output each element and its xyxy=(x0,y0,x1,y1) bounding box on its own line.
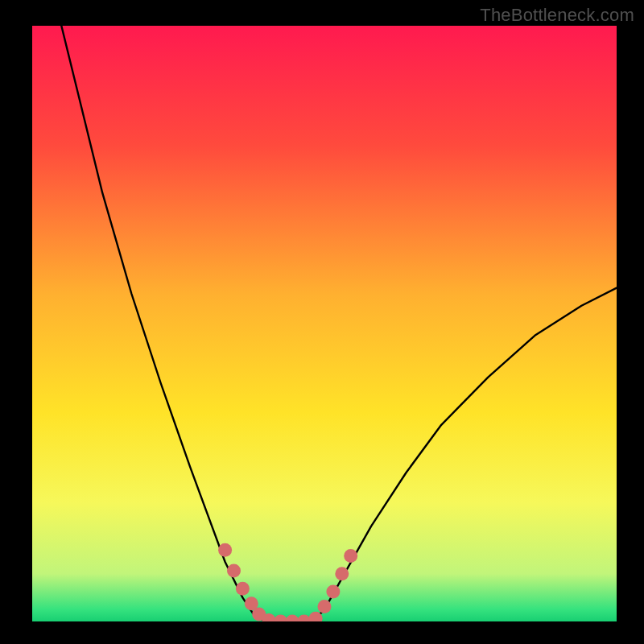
curve-marker xyxy=(262,613,276,627)
curve-marker xyxy=(318,600,332,613)
plot-background xyxy=(32,26,617,621)
curve-marker xyxy=(309,612,323,625)
chart-frame: TheBottleneck.com xyxy=(0,0,644,644)
curve-marker xyxy=(326,585,340,599)
curve-marker xyxy=(297,615,311,629)
curve-marker xyxy=(274,615,287,629)
curve-marker xyxy=(218,543,232,557)
bottleneck-curve-chart xyxy=(0,0,644,644)
curve-marker xyxy=(236,582,250,596)
curve-marker xyxy=(227,564,241,578)
curve-marker xyxy=(335,567,349,580)
curve-marker xyxy=(286,615,299,629)
curve-marker xyxy=(344,549,357,563)
watermark-text: TheBottleneck.com xyxy=(480,5,634,26)
